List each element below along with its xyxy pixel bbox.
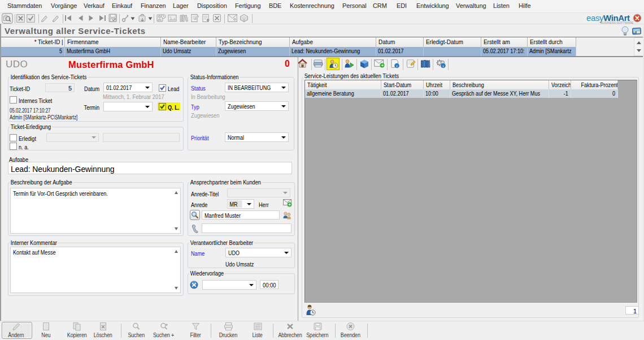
svg-text:i: i <box>397 64 398 68</box>
svg-text:i: i <box>443 64 444 68</box>
